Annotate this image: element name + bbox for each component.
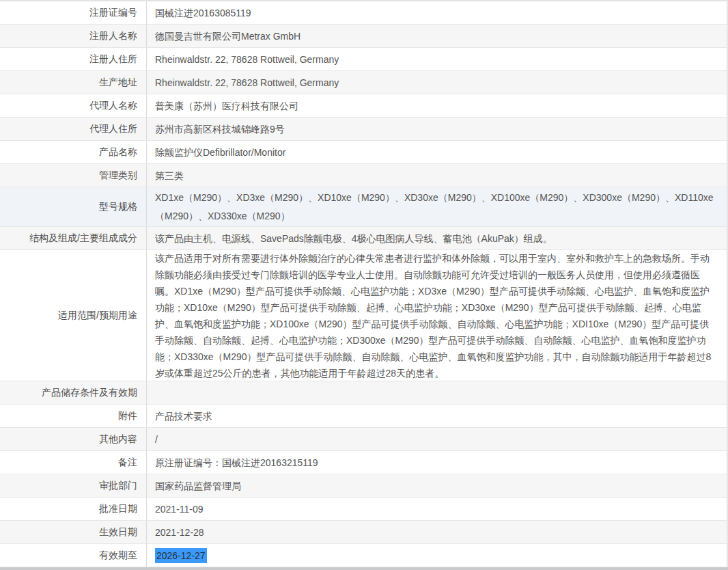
field-label-text: 代理人名称: [89, 100, 137, 112]
field-value: 国家药品监督管理局: [147, 474, 727, 497]
field-value-text: Rheinwaldstr. 22, 78628 Rottweil, German…: [155, 75, 339, 90]
row-agent-name: 代理人名称 普美康（苏州）医疗科技有限公司: [0, 94, 727, 118]
field-label-text: 批准日期: [99, 503, 137, 515]
field-label-text: 审批部门: [99, 480, 137, 492]
field-value-text: 国械注进20163085119: [155, 5, 251, 21]
field-value: 苏州市高新区科技城锦峰路9号: [147, 118, 727, 140]
field-label-text: 注册人名称: [89, 30, 137, 42]
field-value-text: 第三类: [155, 168, 184, 183]
field-value-text: 该产品适用于对所有需要进行体外除颤治疗的心律失常患者进行监护和体外除颤，可以用于…: [155, 250, 717, 381]
field-label: 适用范围/预期用途: [0, 250, 147, 381]
field-value: 国械注进20163085119: [147, 1, 727, 24]
field-value-text: 德国曼吉世有限公司Metrax GmbH: [155, 29, 300, 44]
field-label-text: 结构及组成/主要组成成分: [29, 232, 137, 245]
row-remarks: 备注 原注册证编号：国械注进20163215119: [0, 451, 727, 474]
field-label: 代理人名称: [0, 94, 147, 117]
field-value: 2026-12-27: [147, 544, 727, 567]
field-label: 型号规格: [0, 187, 147, 226]
field-label-text: 产品储存条件及有效期: [42, 387, 137, 399]
field-label-text: 代理人住所: [89, 123, 137, 135]
field-label-text: 其他内容: [99, 433, 137, 446]
field-label-text: 注册证编号: [89, 7, 137, 19]
field-value-text: /: [155, 432, 158, 447]
row-registration-cert-number: 注册证编号 国械注进20163085119: [0, 1, 727, 25]
field-value: 该产品适用于对所有需要进行体外除颤治疗的心律失常患者进行监护和体外除颤，可以用于…: [147, 250, 727, 381]
field-label: 注册人名称: [0, 25, 147, 47]
field-label: 审批部门: [0, 474, 147, 497]
field-value-text: 除颤监护仪Defibrillator/Monitor: [155, 145, 285, 160]
row-registrant-address: 注册人住所 Rheinwaldstr. 22, 78628 Rottweil, …: [0, 48, 727, 71]
field-label: 备注: [0, 451, 147, 474]
field-label-text: 管理类别: [99, 169, 137, 182]
row-model-specifications: 型号规格 XD1xe（M290）、XD3xe（M290）、XD10xe（M290…: [0, 187, 727, 227]
field-label-text: 有效期至: [99, 549, 137, 562]
field-label: 生产地址: [0, 71, 147, 94]
field-value: 德国曼吉世有限公司Metrax GmbH: [147, 25, 727, 47]
field-value: XD1xe（M290）、XD3xe（M290）、XD10xe（M290）、XD3…: [147, 187, 727, 226]
row-product-name: 产品名称 除颤监护仪Defibrillator/Monitor: [0, 141, 727, 164]
field-label: 其他内容: [0, 428, 147, 450]
field-value-text: 2021-12-28: [155, 525, 204, 540]
row-registrant-name: 注册人名称 德国曼吉世有限公司Metrax GmbH: [0, 25, 727, 48]
field-label: 批准日期: [0, 498, 147, 520]
field-value-text: 国家药品监督管理局: [155, 478, 241, 493]
field-value: Rheinwaldstr. 22, 78628 Rottweil, German…: [147, 71, 727, 94]
field-label-text: 产品名称: [99, 146, 137, 159]
row-approval-department: 审批部门 国家药品监督管理局: [0, 474, 727, 498]
row-effective-date: 生效日期 2021-12-28: [0, 521, 727, 544]
row-other-content: 其他内容 /: [0, 428, 727, 451]
field-value: 2021-11-09: [147, 498, 727, 520]
row-agent-address: 代理人住所 苏州市高新区科技城锦峰路9号: [0, 118, 727, 141]
selected-date-text[interactable]: 2026-12-27: [155, 548, 207, 563]
field-value-text: 苏州市高新区科技城锦峰路9号: [155, 122, 285, 137]
field-label: 生效日期: [0, 521, 147, 543]
field-value-text: 2021-11-09: [155, 502, 204, 517]
field-value-text: Rheinwaldstr. 22, 78628 Rottweil, German…: [155, 52, 339, 67]
field-value: 原注册证编号：国械注进20163215119: [147, 451, 727, 474]
field-value: Rheinwaldstr. 22, 78628 Rottweil, German…: [147, 48, 727, 70]
field-label: 附件: [0, 405, 147, 427]
field-label: 注册人住所: [0, 48, 147, 70]
field-value: 普美康（苏州）医疗科技有限公司: [147, 94, 727, 117]
field-value: 该产品由主机、电源线、SavePads除颤电极、4极心电图病人导线、蓄电池（Ak…: [147, 227, 727, 249]
field-label: 结构及组成/主要组成成分: [0, 227, 147, 249]
field-label: 管理类别: [0, 164, 147, 187]
registration-detail-table: 注册证编号 国械注进20163085119 注册人名称 德国曼吉世有限公司Met…: [0, 1, 728, 567]
field-value-text: 产品技术要求: [155, 409, 212, 424]
field-value-text: 普美康（苏州）医疗科技有限公司: [155, 98, 298, 113]
row-approval-date: 批准日期 2021-11-09: [0, 498, 727, 521]
field-label: 注册证编号: [0, 1, 147, 24]
row-storage-conditions-shelf-life: 产品储存条件及有效期: [0, 381, 727, 405]
field-label: 代理人住所: [0, 118, 147, 140]
field-label: 产品储存条件及有效期: [0, 381, 147, 404]
bottom-edge-strip: [0, 567, 728, 570]
registration-detail-page: 注册证编号 国械注进20163085119 注册人名称 德国曼吉世有限公司Met…: [0, 0, 728, 570]
field-label: 有效期至: [0, 544, 147, 567]
row-production-address: 生产地址 Rheinwaldstr. 22, 78628 Rottweil, G…: [0, 71, 727, 94]
field-label-text: 生效日期: [99, 526, 137, 539]
field-label-text: 附件: [118, 410, 137, 422]
row-attachments: 附件 产品技术要求: [0, 405, 727, 428]
field-label-text: 生产地址: [99, 77, 137, 89]
row-scope-of-application: 适用范围/预期用途 该产品适用于对所有需要进行体外除颤治疗的心律失常患者进行监护…: [0, 250, 727, 381]
field-value: 除颤监护仪Defibrillator/Monitor: [147, 141, 727, 163]
field-label-text: 型号规格: [99, 201, 137, 213]
field-value: 第三类: [147, 164, 727, 187]
row-structure-composition: 结构及组成/主要组成成分 该产品由主机、电源线、SavePads除颤电极、4极心…: [0, 227, 727, 250]
field-label-text: 备注: [118, 457, 137, 469]
field-label: 产品名称: [0, 141, 147, 163]
field-label-text: 注册人住所: [89, 53, 137, 66]
field-value: 产品技术要求: [147, 405, 727, 427]
row-management-class: 管理类别 第三类: [0, 164, 727, 187]
field-value-text: 原注册证编号：国械注进20163215119: [155, 455, 318, 470]
field-label-text: 适用范围/预期用途: [58, 310, 137, 322]
field-value-text: XD1xe（M290）、XD3xe（M290）、XD10xe（M290）、XD3…: [155, 189, 717, 226]
field-value-text: 该产品由主机、电源线、SavePads除颤电极、4极心电图病人导线、蓄电池（Ak…: [155, 231, 552, 246]
field-value: /: [147, 428, 727, 450]
row-valid-until: 有效期至 2026-12-27: [0, 544, 727, 567]
field-value: 2021-12-28: [147, 521, 727, 543]
field-value: [147, 381, 727, 404]
